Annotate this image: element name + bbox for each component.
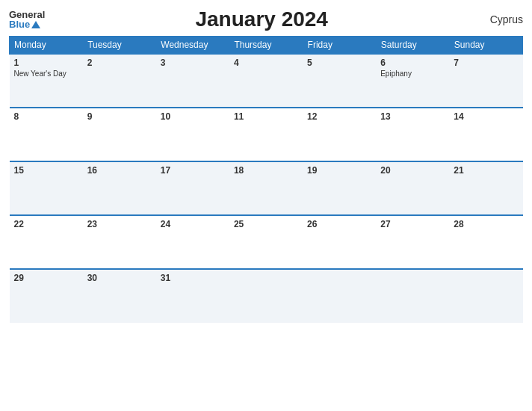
calendar-cell: 17 — [156, 161, 229, 215]
day-number: 21 — [454, 165, 518, 176]
day-number: 2 — [87, 58, 152, 68]
calendar-cell — [376, 269, 449, 323]
calendar-week-row: 293031 — [10, 269, 523, 323]
day-number: 31 — [161, 273, 225, 283]
day-number: 28 — [454, 219, 518, 229]
day-number: 19 — [307, 165, 371, 176]
calendar-week-row: 1New Year's Day23456Epiphany7 — [10, 54, 523, 108]
day-number: 11 — [234, 111, 298, 122]
day-number: 20 — [380, 165, 445, 176]
holiday-name: New Year's Day — [14, 69, 78, 78]
day-number: 3 — [161, 58, 225, 68]
country-label: Cyprus — [478, 13, 523, 25]
day-number: 1 — [14, 58, 78, 68]
calendar-cell: 21 — [449, 161, 522, 215]
calendar-cell: 8 — [10, 108, 83, 161]
calendar-cell: 31 — [156, 269, 229, 323]
day-number: 10 — [161, 111, 225, 122]
day-number: 4 — [234, 58, 298, 68]
day-number: 5 — [307, 58, 371, 68]
page: General Blue January 2024 Cyprus MondayT… — [0, 0, 532, 411]
weekday-header-row: MondayTuesdayWednesdayThursdayFridaySatu… — [10, 37, 523, 55]
weekday-header-saturday: Saturday — [376, 37, 449, 55]
calendar-cell: 16 — [83, 161, 156, 215]
calendar-cell: 6Epiphany — [376, 54, 449, 108]
calendar-cell: 9 — [83, 108, 156, 161]
calendar-week-row: 15161718192021 — [10, 161, 523, 215]
calendar-cell — [303, 269, 376, 323]
calendar-cell: 14 — [449, 108, 522, 161]
weekday-header-thursday: Thursday — [229, 37, 303, 55]
calendar-cell: 2 — [83, 54, 156, 108]
day-number: 9 — [87, 111, 152, 122]
calendar-cell: 22 — [10, 215, 83, 269]
day-number: 16 — [87, 165, 152, 176]
calendar-cell — [229, 269, 303, 323]
calendar-table: MondayTuesdayWednesdayThursdayFridaySatu… — [9, 36, 523, 323]
calendar-cell: 5 — [303, 54, 376, 108]
calendar-cell: 13 — [376, 108, 449, 161]
day-number: 26 — [307, 219, 371, 229]
day-number: 18 — [234, 165, 298, 176]
weekday-header-monday: Monday — [10, 37, 83, 55]
calendar-cell: 18 — [229, 161, 303, 215]
calendar-cell: 28 — [449, 215, 522, 269]
day-number: 23 — [87, 219, 152, 229]
day-number: 22 — [14, 219, 78, 229]
calendar-cell: 19 — [303, 161, 376, 215]
calendar-cell: 1New Year's Day — [10, 54, 83, 108]
weekday-header-tuesday: Tuesday — [83, 37, 156, 55]
logo-blue-text: Blue — [9, 19, 30, 29]
holiday-name: Epiphany — [380, 69, 445, 78]
calendar-cell: 30 — [83, 269, 156, 323]
weekday-header-wednesday: Wednesday — [156, 37, 229, 55]
calendar-cell: 10 — [156, 108, 229, 161]
calendar-cell: 4 — [229, 54, 303, 108]
day-number: 17 — [161, 165, 225, 176]
day-number: 12 — [307, 111, 371, 122]
calendar-cell — [449, 269, 522, 323]
day-number: 29 — [14, 273, 78, 283]
calendar-cell: 12 — [303, 108, 376, 161]
day-number: 6 — [380, 58, 445, 68]
calendar-cell: 20 — [376, 161, 449, 215]
day-number: 15 — [14, 165, 78, 176]
weekday-header-friday: Friday — [303, 37, 376, 55]
day-number: 13 — [380, 111, 445, 122]
calendar-cell: 27 — [376, 215, 449, 269]
calendar-week-row: 22232425262728 — [10, 215, 523, 269]
day-number: 7 — [454, 58, 518, 68]
calendar-cell: 23 — [83, 215, 156, 269]
calendar-title: January 2024 — [45, 7, 478, 31]
day-number: 30 — [87, 273, 152, 283]
calendar-cell: 15 — [10, 161, 83, 215]
calendar-week-row: 891011121314 — [10, 108, 523, 161]
header: General Blue January 2024 Cyprus — [9, 7, 523, 31]
day-number: 25 — [234, 219, 298, 229]
calendar-cell: 11 — [229, 108, 303, 161]
weekday-header-sunday: Sunday — [449, 37, 522, 55]
day-number: 24 — [161, 219, 225, 229]
logo: General Blue — [9, 10, 45, 29]
day-number: 27 — [380, 219, 445, 229]
calendar-cell: 25 — [229, 215, 303, 269]
calendar-cell: 3 — [156, 54, 229, 108]
day-number: 14 — [454, 111, 518, 122]
calendar-cell: 29 — [10, 269, 83, 323]
calendar-cell: 24 — [156, 215, 229, 269]
logo-triangle-icon — [31, 21, 40, 28]
day-number: 8 — [14, 111, 78, 122]
calendar-cell: 26 — [303, 215, 376, 269]
calendar-cell: 7 — [449, 54, 522, 108]
